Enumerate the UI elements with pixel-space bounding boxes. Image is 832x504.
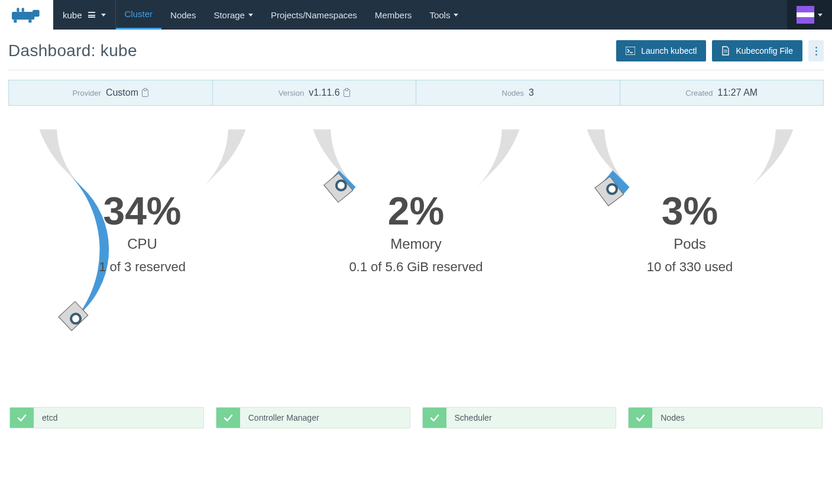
svg-rect-3 [33, 10, 40, 17]
user-menu[interactable] [787, 0, 832, 30]
gauge-pods: 3% Pods 10 of 330 used [562, 129, 818, 342]
kebab-icon [815, 47, 817, 56]
file-icon [721, 46, 730, 56]
check-icon [216, 408, 240, 428]
kubeconfig-file-button[interactable]: Kubeconfig File [712, 40, 802, 61]
info-created: Created 11:27 AM [620, 80, 824, 105]
status-etcd[interactable]: etcd [9, 407, 204, 428]
component-status-row: etcd Controller Manager Scheduler Nodes [8, 407, 824, 428]
gauge-memory: 2% Memory 0.1 of 5.6 GiB reserved [288, 129, 544, 342]
gauge-name: Memory [288, 236, 544, 252]
more-actions-button[interactable] [808, 40, 824, 61]
status-label: etcd [34, 408, 57, 428]
info-version: Version v1.11.6 [213, 80, 417, 105]
tab-cluster[interactable]: Cluster [116, 0, 162, 30]
svg-rect-1 [14, 19, 17, 22]
gauge-row: 34% CPU 1 of 3 reserved 2% Memory 0.1 of… [8, 129, 824, 342]
avatar [797, 6, 814, 24]
check-icon [629, 408, 652, 428]
tab-projects-namespaces[interactable]: Projects/Namespaces [262, 0, 366, 30]
status-label: Controller Manager [240, 408, 319, 428]
gauge-percent: 34% [14, 188, 270, 233]
cow-logo-icon [11, 6, 43, 24]
tab-nodes[interactable]: Nodes [161, 0, 205, 30]
gauge-percent: 3% [562, 188, 818, 233]
gauge-subtitle: 0.1 of 5.6 GiB reserved [288, 259, 544, 275]
check-icon [10, 408, 34, 428]
clipboard-icon[interactable] [142, 89, 148, 97]
status-scheduler[interactable]: Scheduler [422, 407, 617, 428]
svg-rect-4 [17, 8, 19, 12]
svg-rect-6 [626, 47, 635, 55]
nav-tabs: ClusterNodesStorageProjects/NamespacesMe… [116, 0, 468, 30]
check-icon [423, 408, 446, 428]
terminal-icon [626, 47, 635, 55]
chevron-down-icon [248, 14, 253, 17]
page-title: Dashboard: kube [8, 41, 610, 60]
cluster-info-strip: Provider Custom Version v1.11.6 Nodes 3 … [8, 80, 824, 106]
list-icon [88, 12, 95, 18]
svg-rect-2 [28, 19, 31, 22]
status-nodes[interactable]: Nodes [628, 407, 823, 428]
gauge-name: CPU [14, 236, 270, 252]
gauge-percent: 2% [288, 188, 544, 233]
top-nav: kube ClusterNodesStorageProjects/Namespa… [0, 0, 832, 30]
chevron-down-icon [818, 14, 823, 17]
chevron-down-icon [454, 14, 458, 17]
status-label: Nodes [652, 408, 684, 428]
gauge-name: Pods [562, 236, 818, 252]
chevron-down-icon [101, 14, 106, 17]
gauge-cpu: 34% CPU 1 of 3 reserved [14, 129, 270, 342]
page-header: Dashboard: kube Launch kubectl Kubeconfi… [8, 40, 824, 70]
cluster-name: kube [63, 10, 82, 20]
svg-rect-5 [22, 8, 24, 12]
svg-rect-0 [12, 12, 34, 19]
clipboard-icon[interactable] [344, 89, 350, 97]
tab-storage[interactable]: Storage [205, 0, 262, 30]
launch-kubectl-button[interactable]: Launch kubectl [616, 40, 706, 61]
tab-tools[interactable]: Tools [420, 0, 467, 30]
info-nodes: Nodes 3 [416, 80, 620, 105]
gauge-subtitle: 10 of 330 used [562, 259, 818, 275]
status-label: Scheduler [446, 408, 492, 428]
rancher-logo[interactable] [0, 0, 53, 30]
info-provider: Provider Custom [9, 80, 213, 105]
status-controller-manager[interactable]: Controller Manager [216, 407, 410, 428]
gauge-subtitle: 1 of 3 reserved [14, 259, 270, 275]
tab-members[interactable]: Members [366, 0, 421, 30]
cluster-selector[interactable]: kube [53, 0, 116, 30]
